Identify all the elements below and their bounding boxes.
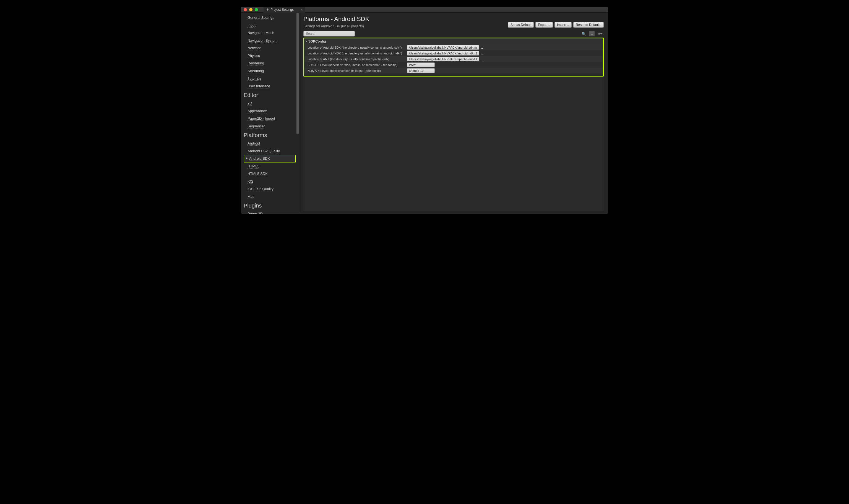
config-row: SDK API Level (specific version, 'latest… xyxy=(304,62,603,68)
section-title: SDKConfig xyxy=(308,39,326,43)
header-button[interactable]: Export... xyxy=(535,22,553,28)
config-row: Location of Android SDK (the directory u… xyxy=(304,44,603,50)
main-panel: Platforms - Android SDK Settings for And… xyxy=(299,13,608,214)
search-input[interactable] xyxy=(304,31,355,36)
page-title: Platforms - Android SDK xyxy=(304,16,369,23)
config-label: NDK API Level (specific version or 'late… xyxy=(308,69,407,72)
chevron-down-icon: ▾ xyxy=(306,40,307,43)
maximize-window-button[interactable] xyxy=(255,8,258,11)
content-area: General SettingsInputNavigation MeshNavi… xyxy=(241,13,608,214)
config-row: NDK API Level (specific version or 'late… xyxy=(304,68,603,73)
sidebar-item[interactable]: Navigation Mesh xyxy=(244,29,296,37)
section-header[interactable]: ▾ SDKConfig xyxy=(304,38,603,44)
chevron-down-icon: ▾ xyxy=(601,33,602,35)
sdkconfig-section: ▾ SDKConfig Location of Android SDK (the… xyxy=(304,38,604,76)
config-input[interactable] xyxy=(407,62,435,67)
header-button[interactable]: Reset to Defaults xyxy=(573,22,604,28)
sidebar-section-title: Platforms xyxy=(244,130,296,140)
page-header: Platforms - Android SDK Settings for And… xyxy=(304,16,604,28)
sidebar-section-title: Editor xyxy=(244,90,296,100)
browse-button[interactable]: ... xyxy=(481,46,483,49)
search-icon: 🔍 xyxy=(582,32,586,36)
sidebar-item[interactable]: iOS xyxy=(244,178,296,185)
header-buttons: Set as DefaultExport...Import...Reset to… xyxy=(508,22,604,28)
sidebar-item[interactable]: General Settings xyxy=(244,14,296,21)
sidebar-item[interactable]: Input xyxy=(244,21,296,29)
sidebar-item[interactable]: Network xyxy=(244,44,296,52)
header-button[interactable]: Set as Default xyxy=(508,22,534,28)
sidebar-item[interactable]: Navigation System xyxy=(244,37,296,44)
titlebar: ⚙ Project Settings × xyxy=(241,7,608,13)
sidebar-item[interactable]: Sequencer xyxy=(244,122,296,130)
sidebar-item[interactable]: HTML5 xyxy=(244,162,296,170)
close-tab-icon[interactable]: × xyxy=(301,8,302,11)
sidebar-item[interactable]: Physics xyxy=(244,52,296,60)
sidebar-item[interactable]: HTML5 SDK xyxy=(244,170,296,178)
sidebar: General SettingsInputNavigation MeshNavi… xyxy=(241,13,299,214)
list-icon: ☰ xyxy=(590,32,593,36)
config-input[interactable] xyxy=(407,51,479,56)
header-button[interactable]: Import... xyxy=(554,22,572,28)
sidebar-scrollbar[interactable] xyxy=(296,13,299,134)
config-row: Location of Android NDK (the directory u… xyxy=(304,50,603,56)
sidebar-item[interactable]: Android xyxy=(244,140,296,147)
browse-button[interactable]: ... xyxy=(481,57,483,61)
list-view-button[interactable]: ☰ xyxy=(589,31,595,36)
visibility-button[interactable]: 👁 ▾ xyxy=(596,31,604,36)
config-label: Location of Android NDK (the directory u… xyxy=(308,52,407,55)
config-label: Location of ANT (the directory usually c… xyxy=(308,57,407,61)
sidebar-item[interactable]: Tutorials xyxy=(244,75,296,82)
sidebar-section-title: Plugins xyxy=(244,200,296,210)
sidebar-item[interactable]: 2D xyxy=(244,100,296,107)
sidebar-item[interactable]: iOS ES2 Quality xyxy=(244,185,296,193)
page-subtitle: Settings for Android SDK (for all projec… xyxy=(304,24,369,28)
sidebar-item[interactable]: Appearance xyxy=(244,107,296,115)
window-controls xyxy=(244,8,258,11)
sidebar-item[interactable]: Rendering xyxy=(244,59,296,67)
sidebar-item[interactable]: Android SDK xyxy=(244,155,296,162)
search-row: 🔍 ☰ 👁 ▾ xyxy=(304,31,604,36)
project-settings-window: ⚙ Project Settings × General SettingsInp… xyxy=(241,7,608,214)
sidebar-item[interactable]: Paper2D - Import xyxy=(244,115,296,122)
config-label: Location of Android SDK (the directory u… xyxy=(308,46,407,49)
config-input[interactable] xyxy=(407,45,479,50)
config-row: Location of ANT (the directory usually c… xyxy=(304,56,603,62)
empty-area xyxy=(304,76,604,211)
tab-project-settings[interactable]: ⚙ Project Settings × xyxy=(263,7,305,13)
tab-label: Project Settings xyxy=(271,8,294,12)
sidebar-item[interactable]: Android ES2 Quality xyxy=(244,147,296,155)
sidebar-item[interactable]: Mac xyxy=(244,193,296,201)
minimize-window-button[interactable] xyxy=(249,8,253,11)
config-input[interactable] xyxy=(407,57,479,61)
sidebar-item[interactable]: Paper 2D xyxy=(244,210,296,214)
config-input[interactable] xyxy=(407,68,435,73)
sidebar-item[interactable]: User Interface xyxy=(244,82,296,90)
sidebar-item[interactable]: Streaming xyxy=(244,67,296,75)
gear-icon: ⚙ xyxy=(266,8,269,11)
browse-button[interactable]: ... xyxy=(481,51,483,55)
config-label: SDK API Level (specific version, 'latest… xyxy=(308,63,407,67)
close-window-button[interactable] xyxy=(244,8,247,11)
eye-icon: 👁 xyxy=(597,32,601,35)
